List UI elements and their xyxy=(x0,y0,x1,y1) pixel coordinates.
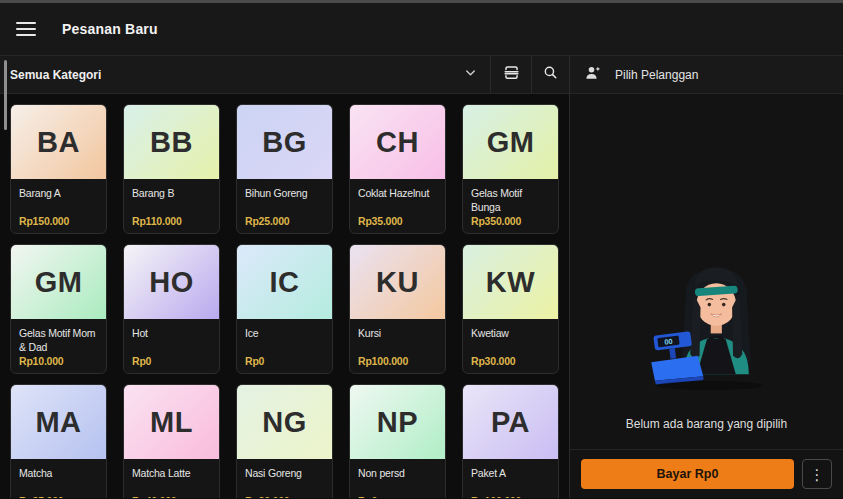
product-name: Hot xyxy=(132,326,211,340)
product-initials: BB xyxy=(150,126,193,159)
product-tile: ML xyxy=(124,385,219,459)
product-name: Nasi Goreng xyxy=(245,466,324,480)
product-price: Rp0 xyxy=(245,355,264,367)
customer-select[interactable]: Pilih Pelanggan xyxy=(570,56,843,94)
product-initials: KU xyxy=(376,266,419,299)
chevron-down-icon xyxy=(463,65,478,84)
product-card-body: Kwetiaw Rp30.000 xyxy=(463,319,558,373)
more-options-button[interactable]: ⋮ xyxy=(802,459,832,489)
product-name: Matcha Latte xyxy=(132,466,211,480)
product-initials: PA xyxy=(491,406,530,439)
product-card[interactable]: NP Non persd Rp0 xyxy=(349,384,446,498)
product-card-body: Ice Rp0 xyxy=(237,319,332,373)
product-card[interactable]: MA Matcha Rp25.000 xyxy=(10,384,107,498)
product-card-body: Hot Rp0 xyxy=(124,319,219,373)
search-button[interactable] xyxy=(532,56,569,93)
product-initials: GM xyxy=(35,266,83,299)
product-initials: BG xyxy=(262,126,307,159)
product-initials: BA xyxy=(37,126,80,159)
product-card-body: Kursi Rp100.000 xyxy=(350,319,445,373)
pay-button[interactable]: Bayar Rp0 xyxy=(581,459,794,489)
product-price: Rp25.000 xyxy=(245,215,290,227)
product-price: Rp0 xyxy=(132,355,151,367)
product-card[interactable]: NG Nasi Goreng Rp20.000 xyxy=(236,384,333,498)
product-name: Bihun Goreng xyxy=(245,186,324,200)
toolbar-left: Semua Kategori xyxy=(0,56,570,94)
product-card[interactable]: BB Barang B Rp110.000 xyxy=(123,104,220,234)
product-card-body: Gelas Motif Mom & Dad Rp10.000 xyxy=(11,319,106,373)
product-initials: CH xyxy=(376,126,419,159)
product-initials: HO xyxy=(149,266,194,299)
barcode-scan-button[interactable] xyxy=(491,56,531,93)
product-tile: MA xyxy=(11,385,106,459)
product-price: Rp25.000 xyxy=(19,495,64,498)
product-card-body: Barang B Rp110.000 xyxy=(124,179,219,233)
product-name: Gelas Motif Bunga xyxy=(471,186,550,214)
product-price: Rp20.000 xyxy=(245,495,290,498)
product-name: Kwetiaw xyxy=(471,326,550,340)
cart-empty-state: 00 Belum ada barang yang dipilih xyxy=(570,94,843,449)
product-price: Rp40.000 xyxy=(132,495,177,498)
product-card-body: Non persd Rp0 xyxy=(350,459,445,498)
product-card[interactable]: BG Bihun Goreng Rp25.000 xyxy=(236,104,333,234)
product-initials: ML xyxy=(150,406,193,439)
product-card[interactable]: ML Matcha Latte Rp40.000 xyxy=(123,384,220,498)
product-grid: BA Barang A Rp150.000 BB Barang B Rp110.… xyxy=(10,104,559,498)
product-name: Gelas Motif Mom & Dad xyxy=(19,326,98,354)
product-name: Ice xyxy=(245,326,324,340)
product-card-body: Coklat Hazelnut Rp35.000 xyxy=(350,179,445,233)
product-initials: GM xyxy=(487,126,535,159)
product-price: Rp0 xyxy=(358,495,377,498)
product-card-body: Bihun Goreng Rp25.000 xyxy=(237,179,332,233)
hamburger-menu-icon[interactable] xyxy=(16,22,36,36)
product-name: Paket A xyxy=(471,466,550,480)
product-card-body: Barang A Rp150.000 xyxy=(11,179,106,233)
product-card[interactable]: PA Paket A Rp100.000 xyxy=(462,384,559,498)
product-tile: BA xyxy=(11,105,106,179)
cart-panel: 00 Belum ada barang yang dipilih Bayar R… xyxy=(570,94,843,498)
scrollbar-thumb[interactable] xyxy=(4,60,7,130)
product-card[interactable]: KW Kwetiaw Rp30.000 xyxy=(462,244,559,374)
product-price: Rp100.000 xyxy=(471,495,521,498)
product-card[interactable]: GM Gelas Motif Mom & Dad Rp10.000 xyxy=(10,244,107,374)
register-display: 00 xyxy=(663,337,672,347)
product-price: Rp35.000 xyxy=(358,215,403,227)
product-card-body: Matcha Latte Rp40.000 xyxy=(124,459,219,498)
cart-footer: Bayar Rp0 ⋮ xyxy=(570,449,843,498)
product-card[interactable]: HO Hot Rp0 xyxy=(123,244,220,374)
product-name: Barang A xyxy=(19,186,98,200)
product-card[interactable]: IC Ice Rp0 xyxy=(236,244,333,374)
product-card[interactable]: BA Barang A Rp150.000 xyxy=(10,104,107,234)
product-card[interactable]: GM Gelas Motif Bunga Rp350.000 xyxy=(462,104,559,234)
product-initials: KW xyxy=(486,266,535,299)
search-icon xyxy=(542,64,559,85)
product-card[interactable]: KU Kursi Rp100.000 xyxy=(349,244,446,374)
product-card-body: Paket A Rp100.000 xyxy=(463,459,558,498)
barcode-scan-icon xyxy=(502,63,521,86)
product-tile: CH xyxy=(350,105,445,179)
category-select[interactable]: Semua Kategori xyxy=(0,56,490,93)
product-price: Rp150.000 xyxy=(19,215,69,227)
product-tile: GM xyxy=(463,105,558,179)
product-tile: HO xyxy=(124,245,219,319)
person-add-icon xyxy=(584,64,602,86)
product-name: Coklat Hazelnut xyxy=(358,186,437,200)
product-card-body: Matcha Rp25.000 xyxy=(11,459,106,498)
product-card-body: Gelas Motif Bunga Rp350.000 xyxy=(463,179,558,233)
product-price: Rp30.000 xyxy=(471,355,516,367)
product-name: Barang B xyxy=(132,186,211,200)
product-card-body: Nasi Goreng Rp20.000 xyxy=(237,459,332,498)
product-tile: KU xyxy=(350,245,445,319)
product-tile: NG xyxy=(237,385,332,459)
cashier-illustration: 00 xyxy=(628,251,786,405)
product-card[interactable]: CH Coklat Hazelnut Rp35.000 xyxy=(349,104,446,234)
app-header: Pesanan Baru xyxy=(0,3,843,56)
product-tile: BG xyxy=(237,105,332,179)
product-tile: GM xyxy=(11,245,106,319)
product-tile: NP xyxy=(350,385,445,459)
product-initials: NG xyxy=(262,406,307,439)
product-name: Matcha xyxy=(19,466,98,480)
product-name: Kursi xyxy=(358,326,437,340)
page-title: Pesanan Baru xyxy=(62,21,158,37)
product-price: Rp100.000 xyxy=(358,355,408,367)
